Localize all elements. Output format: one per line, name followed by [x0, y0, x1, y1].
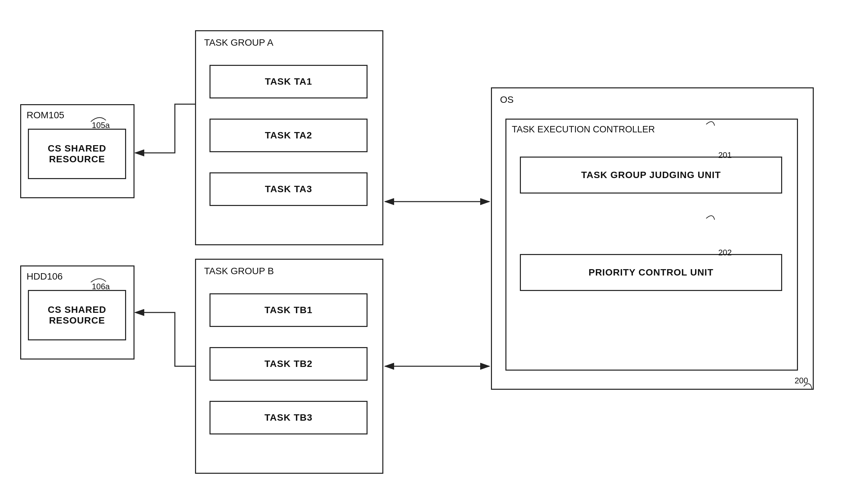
- hdd-callout: 106a: [92, 282, 110, 291]
- task-ta3-box: TASK TA3: [210, 173, 368, 206]
- task-ta2-label: TASK TA2: [265, 130, 312, 141]
- rom-callout: 105a: [92, 121, 110, 130]
- task-tb1-label: TASK TB1: [265, 305, 313, 316]
- tgju-callout: 201: [718, 150, 732, 160]
- os-box: OS 200 TASK EXECUTION CONTROLLER TASK GR…: [491, 87, 814, 390]
- hdd-box: HDD106 CS SHAREDRESOURCE 106a: [20, 266, 135, 360]
- rom-inner-box: CS SHAREDRESOURCE: [28, 129, 126, 179]
- task-group-b-label: TASK GROUP B: [204, 266, 274, 276]
- hdd-inner-box: CS SHAREDRESOURCE: [28, 290, 126, 340]
- pcu-callout: 202: [718, 248, 732, 257]
- task-ta1-label: TASK TA1: [265, 76, 312, 87]
- task-group-b-box: TASK GROUP B TASK TB1 TASK TB2 TASK TB3: [195, 259, 383, 474]
- hdd-inner-label: CS SHAREDRESOURCE: [48, 304, 106, 326]
- hdd-label: HDD106: [27, 271, 63, 282]
- task-tb2-box: TASK TB2: [210, 347, 368, 381]
- diagram: ROM105 CS SHAREDRESOURCE 105a HDD106 CS …: [0, 0, 841, 504]
- task-tb3-label: TASK TB3: [265, 412, 313, 423]
- task-ta2-box: TASK TA2: [210, 119, 368, 152]
- rom-label: ROM105: [27, 110, 64, 121]
- tgju-box: TASK GROUP JUDGING UNIT: [520, 157, 782, 194]
- task-ta3-label: TASK TA3: [265, 184, 312, 195]
- task-tb3-box: TASK TB3: [210, 401, 368, 434]
- os-callout: 200: [794, 376, 808, 385]
- task-tb2-label: TASK TB2: [265, 359, 313, 369]
- tec-box: TASK EXECUTION CONTROLLER TASK GROUP JUD…: [505, 119, 798, 371]
- task-group-a-label: TASK GROUP A: [204, 37, 274, 48]
- svg-line-4: [390, 139, 457, 198]
- pcu-box: PRIORITY CONTROL UNIT: [520, 254, 782, 291]
- task-group-a-box: TASK GROUP A TASK TA1 TASK TA2 TASK TA3: [195, 30, 383, 245]
- os-label: OS: [500, 94, 513, 105]
- pcu-label: PRIORITY CONTROL UNIT: [589, 267, 714, 278]
- tec-label: TASK EXECUTION CONTROLLER: [512, 124, 655, 135]
- tgju-label: TASK GROUP JUDGING UNIT: [581, 170, 721, 180]
- rom-box: ROM105 CS SHAREDRESOURCE 105a: [20, 104, 135, 198]
- task-ta1-box: TASK TA1: [210, 65, 368, 98]
- task-tb1-box: TASK TB1: [210, 293, 368, 327]
- rom-inner-label: CS SHAREDRESOURCE: [48, 143, 106, 165]
